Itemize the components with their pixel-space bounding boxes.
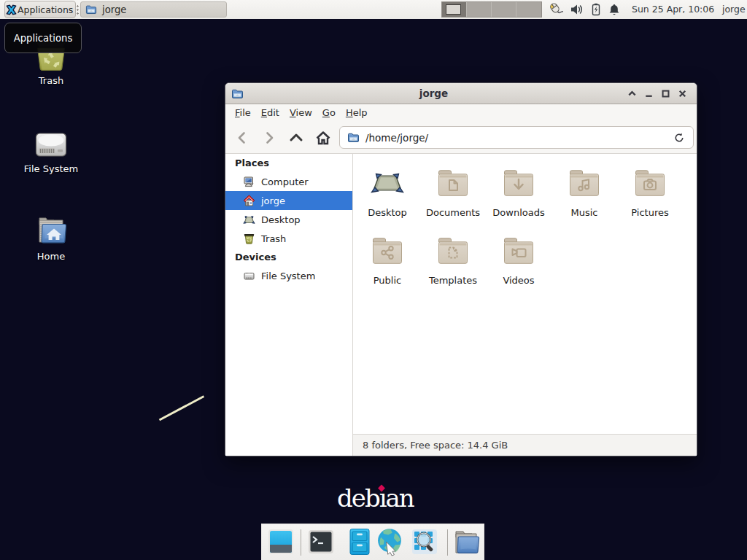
file-item-pictures[interactable]: Pictures xyxy=(617,163,683,230)
back-button[interactable] xyxy=(231,127,253,149)
window-menubar: FileEditViewGoHelp xyxy=(225,104,697,122)
battery-icon[interactable] xyxy=(589,2,603,17)
maximize-button[interactable] xyxy=(657,85,674,102)
folder-pictures-icon xyxy=(632,166,667,201)
file-item-downloads[interactable]: Downloads xyxy=(486,163,551,230)
applications-menu-button[interactable]: Applications xyxy=(4,1,76,18)
sidebar-item-file-system[interactable]: File System xyxy=(225,266,352,285)
menu-file[interactable]: File xyxy=(230,104,256,122)
menu-edit[interactable]: Edit xyxy=(256,104,285,122)
debian-logo-text-right: an xyxy=(386,483,414,513)
panel-separator-handle[interactable] xyxy=(76,4,80,15)
menu-go[interactable]: Go xyxy=(317,104,341,122)
desktop-icon-label: File System xyxy=(24,163,78,174)
window-statusbar: 8 folders, Free space: 14.4 GiB xyxy=(353,434,697,456)
desktop-icon-file-system[interactable]: File System xyxy=(16,128,86,174)
folder-templates-icon xyxy=(436,233,471,268)
dock-launcher-web-browser[interactable] xyxy=(375,527,404,556)
location-bar[interactable]: /home/jorge/ xyxy=(339,126,694,149)
app-finder-icon xyxy=(410,527,439,556)
dock-separator xyxy=(301,529,301,556)
debian-logo-text-left: deb xyxy=(337,483,379,513)
sidebar-item-desktop[interactable]: Desktop xyxy=(225,210,352,229)
drive-small-icon xyxy=(243,270,255,282)
workspace-1[interactable] xyxy=(442,2,467,17)
window-main-pane: Desktop Documents Downloads Music Pictur… xyxy=(353,154,697,456)
maximize-button-icon xyxy=(660,88,671,99)
web-browser-icon xyxy=(375,527,404,556)
sidebar-item-label: Desktop xyxy=(261,214,301,225)
clock[interactable]: Sun 25 Apr, 10:06 xyxy=(632,0,714,19)
sidebar-item-trash[interactable]: Trash xyxy=(225,229,352,248)
volume-icon[interactable] xyxy=(569,2,584,17)
workspace-4[interactable] xyxy=(516,2,541,17)
file-item-templates[interactable]: Templates xyxy=(420,230,486,298)
folder-public-icon xyxy=(370,233,405,268)
file-item-music[interactable]: Music xyxy=(551,163,617,230)
desktop-small-icon xyxy=(243,214,255,226)
window-content: PlacesComputerjorgeDesktopTrashDevicesFi… xyxy=(225,154,697,456)
folder-documents-icon xyxy=(436,166,471,201)
home-button[interactable] xyxy=(312,127,334,149)
notifications-icon[interactable] xyxy=(607,2,622,17)
dock-launcher-terminal[interactable] xyxy=(306,527,336,556)
file-manager-window: jorge FileEditViewGoHelp /home/jorge/ Pl… xyxy=(225,82,697,456)
file-item-label: Videos xyxy=(503,275,534,286)
window-titlebar[interactable]: jorge xyxy=(225,83,697,104)
sidebar-item-jorge[interactable]: jorge xyxy=(225,191,352,210)
trash-small-icon xyxy=(243,233,255,245)
dock-launcher-file-cabinet[interactable] xyxy=(345,527,374,556)
folder-videos-icon xyxy=(501,233,536,268)
file-item-public[interactable]: Public xyxy=(355,230,420,298)
workspace-2[interactable] xyxy=(467,2,492,17)
top-panel: Applications jorge Sun 25 Apr, 10:06 jor… xyxy=(0,0,747,19)
applications-menu-label: Applications xyxy=(18,4,73,15)
sidebar-item-computer[interactable]: Computer xyxy=(225,172,352,191)
window-buttons xyxy=(624,85,691,102)
desktop-icon-home[interactable]: Home xyxy=(16,216,86,262)
show-desktop-icon xyxy=(266,527,295,556)
file-item-label: Documents xyxy=(426,207,480,218)
taskbar-window-icon xyxy=(85,4,97,15)
taskbar-window-button[interactable]: jorge xyxy=(80,1,227,18)
forward-button-icon xyxy=(260,129,278,147)
reload-icon[interactable] xyxy=(673,131,686,144)
mouse-icon[interactable] xyxy=(549,2,563,17)
sidebar-heading-devices: Devices xyxy=(225,248,352,266)
close-button[interactable] xyxy=(674,85,691,102)
file-manager-icon xyxy=(452,527,481,556)
menu-view[interactable]: View xyxy=(285,104,317,122)
minimize-button[interactable] xyxy=(640,85,657,102)
menu-help[interactable]: Help xyxy=(341,104,373,122)
up-button[interactable] xyxy=(285,127,307,149)
file-item-label: Templates xyxy=(429,275,477,286)
workspace-3[interactable] xyxy=(492,2,516,17)
home-button-icon xyxy=(314,129,332,147)
stray-line-artifact xyxy=(157,394,208,423)
desktop-icon-label: Home xyxy=(37,251,65,262)
up-button-icon xyxy=(287,129,305,147)
debian-logo-i: ı xyxy=(379,483,386,513)
desktop-item-icon xyxy=(370,166,405,201)
window-title: jorge xyxy=(244,88,624,99)
location-path: /home/jorge/ xyxy=(365,132,673,144)
window-sidebar: PlacesComputerjorgeDesktopTrashDevicesFi… xyxy=(225,154,353,456)
workspace-pager[interactable] xyxy=(441,1,542,18)
home-small-icon xyxy=(243,195,255,207)
taskbar-window-label: jorge xyxy=(102,4,126,15)
file-item-videos[interactable]: Videos xyxy=(486,230,551,298)
file-cabinet-icon xyxy=(345,527,374,556)
minimize-button-icon xyxy=(643,88,654,99)
dock-separator xyxy=(447,529,448,556)
back-button-icon xyxy=(233,129,251,147)
close-button-icon xyxy=(677,88,688,99)
dock-launcher-show-desktop[interactable] xyxy=(266,527,295,556)
file-item-label: Public xyxy=(374,275,401,286)
forward-button[interactable] xyxy=(258,127,280,149)
user-menu[interactable]: jorge xyxy=(722,0,746,19)
dock-launcher-app-finder[interactable] xyxy=(410,527,439,556)
file-item-desktop[interactable]: Desktop xyxy=(355,163,420,230)
shade-button[interactable] xyxy=(624,85,640,102)
dock-launcher-file-manager[interactable] xyxy=(452,527,481,556)
file-item-documents[interactable]: Documents xyxy=(420,163,486,230)
